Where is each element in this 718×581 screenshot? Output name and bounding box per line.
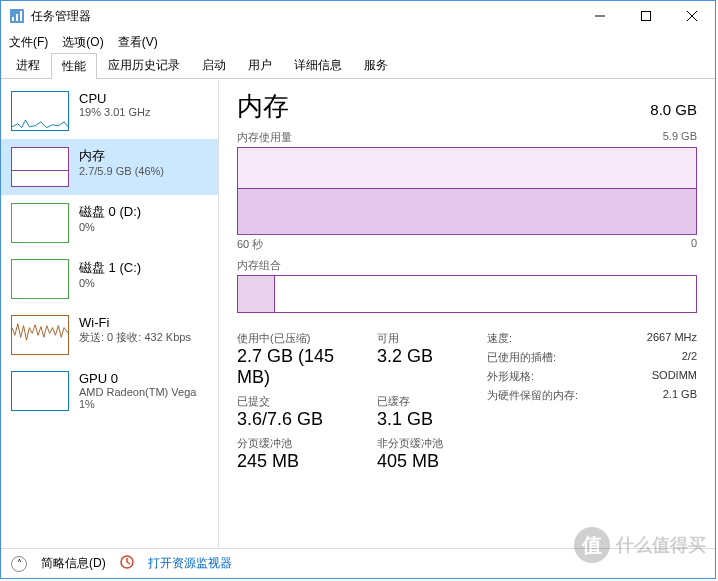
stat-committed-value: 3.6/7.6 GB [237, 409, 367, 430]
sidebar-item-wifi[interactable]: Wi-Fi 发送: 0 接收: 432 Kbps [1, 307, 218, 363]
footer: ˄ 简略信息(D) 打开资源监视器 [1, 548, 715, 578]
tab-app-history[interactable]: 应用历史记录 [97, 52, 191, 78]
composition-label: 内存组合 [237, 258, 697, 273]
sidebar-item-title: 磁盘 1 (C:) [79, 259, 141, 277]
stat-nonpaged-label: 非分页缓冲池 [377, 436, 477, 451]
detail-reserved-key: 为硬件保留的内存: [487, 388, 578, 403]
sidebar-item-title: 内存 [79, 147, 164, 165]
app-icon [9, 8, 25, 24]
memory-composition-chart [237, 275, 697, 313]
sidebar-text: 内存 2.7/5.9 GB (46%) [79, 147, 164, 177]
memory-total: 8.0 GB [650, 101, 697, 118]
window-title: 任务管理器 [31, 8, 577, 25]
sidebar-item-title: 磁盘 0 (D:) [79, 203, 141, 221]
x-axis-right: 0 [691, 237, 697, 252]
stat-cached-label: 已缓存 [377, 394, 477, 409]
sidebar-item-title: CPU [79, 91, 151, 106]
close-button[interactable] [669, 1, 715, 31]
disk-thumbnail [11, 259, 69, 299]
stats-area: 使用中(已压缩) 2.7 GB (145 MB) 可用 3.2 GB 已提交 3… [237, 331, 697, 472]
sidebar-item-title: GPU 0 [79, 371, 196, 386]
wifi-thumbnail [11, 315, 69, 355]
detail-reserved-value: 2.1 GB [663, 388, 697, 403]
sidebar-item-disk1[interactable]: 磁盘 1 (C:) 0% [1, 251, 218, 307]
stat-available-label: 可用 [377, 331, 477, 346]
usage-label-text: 内存使用量 [237, 130, 292, 145]
sidebar-item-title: Wi-Fi [79, 315, 191, 330]
sidebar-item-cpu[interactable]: CPU 19% 3.01 GHz [1, 83, 218, 139]
usage-chart-label: 内存使用量 5.9 GB [237, 130, 697, 145]
menubar: 文件(F) 选项(O) 查看(V) [1, 31, 715, 53]
tab-processes[interactable]: 进程 [5, 52, 51, 78]
page-title: 内存 [237, 89, 289, 124]
chevron-up-icon[interactable]: ˄ [11, 556, 27, 572]
detail-form-key: 外形规格: [487, 369, 534, 384]
sidebar: CPU 19% 3.01 GHz 内存 2.7/5.9 GB (46%) 磁盘 … [1, 79, 219, 548]
sidebar-item-sub: 0% [79, 221, 141, 233]
maximize-button[interactable] [623, 1, 669, 31]
main-header: 内存 8.0 GB [237, 89, 697, 124]
detail-slots-value: 2/2 [682, 350, 697, 365]
stat-committed-label: 已提交 [237, 394, 367, 409]
svg-rect-5 [642, 12, 651, 21]
tab-services[interactable]: 服务 [353, 52, 399, 78]
x-axis-left: 60 秒 [237, 237, 263, 252]
stat-inuse-label: 使用中(已压缩) [237, 331, 367, 346]
detail-form-value: SODIMM [652, 369, 697, 384]
tab-users[interactable]: 用户 [237, 52, 283, 78]
main-panel: 内存 8.0 GB 内存使用量 5.9 GB 60 秒 0 内存组合 使用中(已… [219, 79, 715, 548]
memory-usage-chart [237, 147, 697, 235]
tab-performance[interactable]: 性能 [51, 53, 97, 79]
tabbar: 进程 性能 应用历史记录 启动 用户 详细信息 服务 [1, 53, 715, 79]
composition-label-text: 内存组合 [237, 258, 281, 273]
sidebar-item-sub2: 1% [79, 398, 196, 410]
tab-details[interactable]: 详细信息 [283, 52, 353, 78]
svg-rect-2 [16, 14, 18, 21]
stat-nonpaged-value: 405 MB [377, 451, 477, 472]
sidebar-text: GPU 0 AMD Radeon(TM) Vega 1% [79, 371, 196, 410]
detail-slots-key: 已使用的插槽: [487, 350, 556, 365]
content-area: CPU 19% 3.01 GHz 内存 2.7/5.9 GB (46%) 磁盘 … [1, 79, 715, 548]
sidebar-item-sub: 19% 3.01 GHz [79, 106, 151, 118]
menu-options[interactable]: 选项(O) [62, 34, 103, 51]
cpu-thumbnail [11, 91, 69, 131]
menu-view[interactable]: 查看(V) [118, 34, 158, 51]
stat-paged-label: 分页缓冲池 [237, 436, 367, 451]
fewer-details-link[interactable]: 简略信息(D) [41, 555, 106, 572]
chart-x-axis: 60 秒 0 [237, 237, 697, 252]
svg-line-10 [127, 562, 130, 564]
sidebar-text: 磁盘 1 (C:) 0% [79, 259, 141, 289]
detail-speed-key: 速度: [487, 331, 512, 346]
window-controls [577, 1, 715, 31]
sidebar-text: Wi-Fi 发送: 0 接收: 432 Kbps [79, 315, 191, 345]
stat-available-value: 3.2 GB [377, 346, 477, 367]
tab-startup[interactable]: 启动 [191, 52, 237, 78]
menu-file[interactable]: 文件(F) [9, 34, 48, 51]
stat-paged-value: 245 MB [237, 451, 367, 472]
minimize-button[interactable] [577, 1, 623, 31]
sidebar-item-gpu[interactable]: GPU 0 AMD Radeon(TM) Vega 1% [1, 363, 218, 419]
sidebar-item-sub: 发送: 0 接收: 432 Kbps [79, 330, 191, 345]
gpu-thumbnail [11, 371, 69, 411]
sidebar-item-memory[interactable]: 内存 2.7/5.9 GB (46%) [1, 139, 218, 195]
svg-rect-3 [20, 11, 22, 21]
open-resource-monitor-link[interactable]: 打开资源监视器 [148, 555, 232, 572]
svg-rect-1 [12, 17, 14, 21]
stat-cached-value: 3.1 GB [377, 409, 477, 430]
sidebar-item-disk0[interactable]: 磁盘 0 (D:) 0% [1, 195, 218, 251]
sidebar-item-sub: 2.7/5.9 GB (46%) [79, 165, 164, 177]
resmon-icon [120, 555, 134, 572]
details-list: 速度:2667 MHz 已使用的插槽:2/2 外形规格:SODIMM 为硬件保留… [487, 331, 697, 472]
stats-grid: 使用中(已压缩) 2.7 GB (145 MB) 可用 3.2 GB 已提交 3… [237, 331, 477, 472]
detail-speed-value: 2667 MHz [647, 331, 697, 346]
titlebar: 任务管理器 [1, 1, 715, 31]
disk-thumbnail [11, 203, 69, 243]
sidebar-text: 磁盘 0 (D:) 0% [79, 203, 141, 233]
sidebar-item-sub: 0% [79, 277, 141, 289]
memory-thumbnail [11, 147, 69, 187]
sidebar-item-sub: AMD Radeon(TM) Vega [79, 386, 196, 398]
usage-max-text: 5.9 GB [663, 130, 697, 145]
stat-inuse-value: 2.7 GB (145 MB) [237, 346, 367, 388]
task-manager-window: 任务管理器 文件(F) 选项(O) 查看(V) 进程 性能 应用历史记录 启动 … [0, 0, 716, 579]
sidebar-text: CPU 19% 3.01 GHz [79, 91, 151, 118]
